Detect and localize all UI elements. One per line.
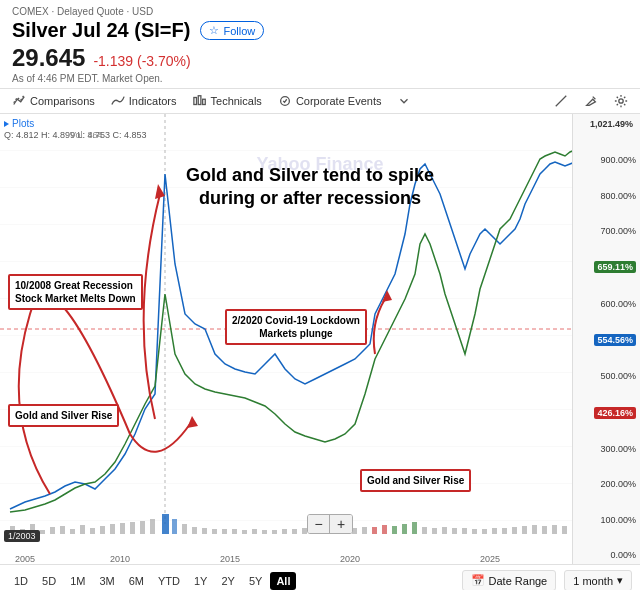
svg-rect-66 <box>542 526 547 534</box>
rise-annotation-text-1: Gold and Silver Rise <box>15 410 112 421</box>
svg-rect-40 <box>282 529 287 534</box>
comparisons-icon <box>12 94 26 108</box>
follow-label: Follow <box>223 25 255 37</box>
price-time: As of 4:46 PM EDT. Market Open. <box>12 73 628 84</box>
svg-rect-61 <box>492 528 497 534</box>
ticker-name: Silver Jul 24 (SI=F) <box>12 19 190 42</box>
plots-label: Plots <box>4 118 34 129</box>
interval-button[interactable]: 1 month ▾ <box>564 570 632 590</box>
time-tab-1d[interactable]: 1D <box>8 572 34 590</box>
svg-text:2005: 2005 <box>15 554 35 564</box>
svg-rect-29 <box>172 519 177 534</box>
expand-icon[interactable] <box>397 94 411 108</box>
y-label-554: 554.56% <box>577 334 636 346</box>
star-icon: ☆ <box>209 24 219 37</box>
y-label-200: 200.00% <box>577 479 636 489</box>
zoom-controls: − + <box>307 514 353 534</box>
svg-rect-58 <box>462 528 467 534</box>
svg-rect-68 <box>562 526 567 534</box>
price-row: 29.645 -1.139 (-3.70%) <box>12 44 628 72</box>
svg-rect-33 <box>212 529 217 534</box>
calendar-icon: 📅 <box>471 574 485 587</box>
svg-text:2025: 2025 <box>480 554 500 564</box>
svg-rect-49 <box>372 527 377 534</box>
time-tab-1y[interactable]: 1Y <box>188 572 213 590</box>
y-label-600: 600.00% <box>577 299 636 309</box>
svg-rect-32 <box>202 528 207 534</box>
svg-rect-24 <box>120 523 125 534</box>
svg-rect-55 <box>432 528 437 534</box>
recession-annotation-text: 10/2008 Great RecessionStock Market Melt… <box>15 280 136 304</box>
rise-annotation-box-2: Gold and Silver Rise <box>360 469 471 492</box>
svg-text:2010: 2010 <box>110 554 130 564</box>
change-pct: (-3.70%) <box>137 53 191 69</box>
follow-button[interactable]: ☆ Follow <box>200 21 264 40</box>
time-tab-5y[interactable]: 5Y <box>243 572 268 590</box>
ticker-row: Silver Jul 24 (SI=F) ☆ Follow <box>12 19 628 42</box>
corporate-events-button[interactable]: Corporate Events <box>278 94 382 108</box>
time-tabs: 1D5D1M3M6MYTD1Y2Y5YAll <box>8 572 296 590</box>
recession-annotation-box: 10/2008 Great RecessionStock Market Melt… <box>8 274 143 310</box>
y-label-900: 900.00% <box>577 155 636 165</box>
time-tab-3m[interactable]: 3M <box>93 572 120 590</box>
bottom-bar: 1D5D1M3M6MYTD1Y2Y5YAll 📅 Date Range 1 mo… <box>0 564 640 590</box>
time-tab-6m[interactable]: 6M <box>123 572 150 590</box>
technicals-icon <box>193 94 207 108</box>
svg-rect-2 <box>202 99 205 104</box>
svg-rect-50 <box>382 525 387 534</box>
price-change: -1.139 (-3.70%) <box>93 53 190 69</box>
draw-line-button[interactable] <box>554 94 568 108</box>
plots-text: Plots <box>12 118 34 129</box>
svg-rect-30 <box>182 524 187 534</box>
interval-chevron-icon: ▾ <box>617 574 623 587</box>
price-main: 29.645 <box>12 44 85 72</box>
svg-rect-25 <box>130 522 135 534</box>
svg-rect-16 <box>40 530 45 534</box>
y-badge-red: 426.16% <box>594 407 636 419</box>
svg-line-4 <box>556 96 567 107</box>
y-badge-green: 659.11% <box>594 261 636 273</box>
date-range-button[interactable]: 📅 Date Range <box>462 570 557 590</box>
svg-rect-19 <box>70 529 75 534</box>
technicals-label: Technicals <box>211 95 262 107</box>
y-label-426: 426.16% <box>577 407 636 419</box>
chart-area: 2005 2010 2015 2020 2025 Yahoo Finance P… <box>0 114 640 564</box>
svg-rect-20 <box>80 525 85 534</box>
y-label-0: 0.00% <box>577 550 636 560</box>
main-annotation-text: Gold and Silver tend to spike during or … <box>186 165 434 208</box>
y-label-700: 700.00% <box>577 226 636 236</box>
zoom-out-button[interactable]: − <box>308 515 330 533</box>
svg-rect-63 <box>512 527 517 534</box>
svg-rect-28 <box>162 514 169 534</box>
indicators-icon <box>111 94 125 108</box>
svg-rect-22 <box>100 526 105 534</box>
svg-rect-21 <box>90 528 95 534</box>
plots-triangle-icon <box>4 121 9 127</box>
toolbar: Comparisons Indicators Technicals Corpor… <box>0 89 640 114</box>
change-value: -1.139 <box>93 53 133 69</box>
svg-rect-0 <box>193 98 196 105</box>
time-tab-1m[interactable]: 1M <box>64 572 91 590</box>
indicators-button[interactable]: Indicators <box>111 94 177 108</box>
svg-rect-53 <box>412 522 417 534</box>
y-badge-blue: 554.56% <box>594 334 636 346</box>
time-tab-2y[interactable]: 2Y <box>215 572 240 590</box>
zoom-in-button[interactable]: + <box>330 515 352 533</box>
y-label-800: 800.00% <box>577 191 636 201</box>
time-tab-all[interactable]: All <box>270 572 296 590</box>
svg-rect-17 <box>50 527 55 534</box>
settings-button[interactable] <box>614 94 628 108</box>
covid-annotation-box: 2/2020 Covid-19 LockdownMarkets plunge <box>225 309 367 345</box>
technicals-button[interactable]: Technicals <box>193 94 262 108</box>
y-label-100: 100.00% <box>577 515 636 525</box>
time-tab-ytd[interactable]: YTD <box>152 572 186 590</box>
edit-button[interactable] <box>584 94 598 108</box>
svg-rect-57 <box>452 528 457 534</box>
svg-rect-60 <box>482 529 487 534</box>
source-label: COMEX · Delayed Quote · USD <box>12 6 628 17</box>
svg-rect-64 <box>522 526 527 534</box>
comparisons-button[interactable]: Comparisons <box>12 94 95 108</box>
gear-icon <box>614 94 628 108</box>
time-tab-5d[interactable]: 5D <box>36 572 62 590</box>
svg-rect-41 <box>292 529 297 534</box>
